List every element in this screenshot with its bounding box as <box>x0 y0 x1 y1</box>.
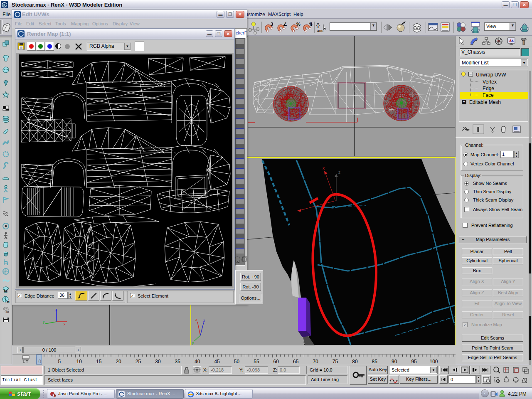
svg-text:z: z <box>203 318 205 323</box>
svg-text:50: 50 <box>234 359 240 365</box>
svg-text:45: 45 <box>214 359 220 365</box>
svg-text:x: x <box>323 166 325 170</box>
svg-text:z: z <box>55 309 57 313</box>
svg-text:95: 95 <box>411 359 417 365</box>
svg-text:M: M <box>7 300 10 304</box>
svg-text:M: M <box>4 289 7 293</box>
svg-text:30: 30 <box>155 359 161 365</box>
svg-text:y: y <box>43 320 45 324</box>
svg-text:100: 100 <box>429 359 438 365</box>
svg-text:∠: ∠ <box>283 22 287 27</box>
svg-text:80: 80 <box>352 359 358 365</box>
svg-text:35: 35 <box>175 359 181 365</box>
svg-text:3: 3 <box>271 22 273 27</box>
svg-text:ABC: ABC <box>317 30 323 32</box>
svg-text:x: x <box>64 322 66 326</box>
svg-text:75: 75 <box>332 359 338 365</box>
svg-text:60: 60 <box>273 359 279 365</box>
svg-text:5: 5 <box>58 359 61 365</box>
svg-text:40: 40 <box>195 359 200 365</box>
svg-text:25: 25 <box>135 359 141 365</box>
svg-text:⇅: ⇅ <box>309 22 313 27</box>
svg-text:65: 65 <box>293 359 299 365</box>
svg-text:M: M <box>6 310 9 314</box>
svg-text:15: 15 <box>96 359 102 365</box>
svg-text:z: z <box>338 170 340 175</box>
svg-text:70: 70 <box>313 359 318 365</box>
svg-text:85: 85 <box>372 359 378 365</box>
svg-text:90: 90 <box>392 359 397 365</box>
svg-text:x: x <box>195 318 197 322</box>
svg-text:55: 55 <box>254 359 259 365</box>
svg-text:20: 20 <box>116 359 121 365</box>
svg-text:10: 10 <box>76 359 82 365</box>
svg-text:{}: {} <box>316 22 320 28</box>
svg-text:%: % <box>296 22 300 27</box>
svg-text:8: 8 <box>52 394 54 398</box>
svg-text:y: y <box>192 341 194 345</box>
